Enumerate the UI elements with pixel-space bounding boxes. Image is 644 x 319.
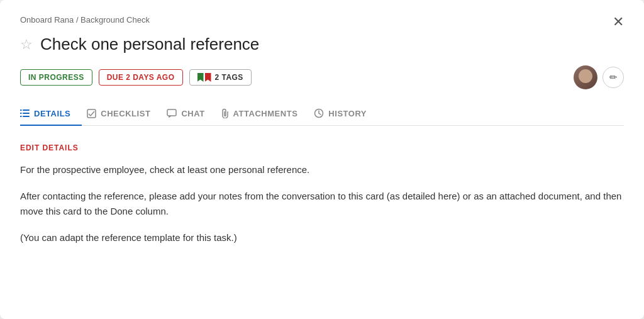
tab-details[interactable]: DETAILS [20, 103, 82, 126]
avatar-area: ✏ [574, 65, 624, 89]
paragraph-2: After contacting the reference, please a… [20, 189, 624, 219]
avatar[interactable] [574, 65, 597, 89]
checkbox-icon [87, 109, 96, 118]
tab-chat[interactable]: CHAT [162, 103, 216, 126]
task-title: Check one personal reference [40, 35, 259, 54]
svg-rect-5 [20, 116, 22, 117]
tab-details-label: DETAILS [34, 109, 70, 118]
close-icon: ✕ [613, 14, 624, 30]
svg-rect-6 [87, 109, 96, 118]
chat-icon [167, 109, 177, 118]
badges-row: IN PROGRESS DUE 2 DAYS AGO 2 TAGS ✏ [20, 65, 624, 89]
svg-rect-7 [167, 109, 176, 116]
tab-history-label: HISTORY [328, 109, 367, 118]
tab-checklist-label: CHECKLIST [101, 109, 150, 118]
svg-rect-2 [23, 116, 30, 117]
edit-details-label[interactable]: EDIT DETAILS [20, 143, 624, 152]
tab-chat-label: CHAT [181, 109, 204, 118]
svg-rect-4 [20, 113, 22, 114]
tag-icons [197, 73, 211, 82]
svg-rect-1 [23, 113, 30, 114]
svg-rect-0 [23, 109, 30, 111]
tags-badge[interactable]: 2 TAGS [189, 69, 252, 86]
modal-container: Onboard Rana / Background Check ✕ ☆ Chec… [0, 0, 644, 319]
breadcrumb: Onboard Rana / Background Check [20, 15, 624, 25]
pencil-icon: ✏ [609, 72, 618, 83]
star-icon[interactable]: ☆ [20, 36, 33, 53]
list-icon [20, 109, 30, 118]
tab-checklist[interactable]: CHECKLIST [82, 103, 162, 126]
status-badge[interactable]: IN PROGRESS [20, 69, 92, 86]
tag-bookmark-red-icon [205, 73, 211, 82]
title-row: ☆ Check one personal reference [20, 35, 624, 54]
paragraph-1: For the prospective employee, check at l… [20, 162, 624, 177]
tab-history[interactable]: HISTORY [309, 102, 378, 126]
tab-attachments-label: ATTACHMENTS [233, 109, 298, 118]
tag-bookmark-green-icon [197, 73, 204, 82]
paperclip-icon [221, 108, 229, 118]
svg-rect-3 [20, 109, 22, 111]
tabs-bar: DETAILS CHECKLIST CHAT ATTACHMENTS HISTO… [20, 102, 624, 126]
tab-attachments[interactable]: ATTACHMENTS [216, 102, 309, 126]
close-button[interactable]: ✕ [610, 13, 626, 31]
paragraph-3: (You can adapt the reference template fo… [20, 230, 624, 245]
content-area: EDIT DETAILS For the prospective employe… [20, 126, 624, 245]
due-badge[interactable]: DUE 2 DAYS AGO [99, 69, 183, 86]
tags-count-label: 2 TAGS [215, 73, 243, 82]
history-icon [314, 108, 324, 118]
edit-assignee-button[interactable]: ✏ [602, 67, 624, 88]
